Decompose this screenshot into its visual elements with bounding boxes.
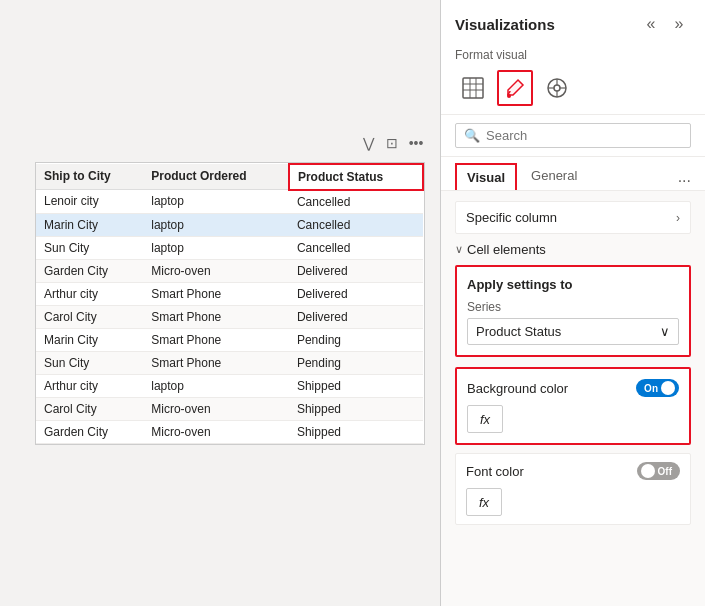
table-cell: Smart Phone xyxy=(143,328,289,351)
table-cell: Sun City xyxy=(36,236,143,259)
table-cell: Carol City xyxy=(36,397,143,420)
table-cell: laptop xyxy=(143,236,289,259)
bg-color-fx-label: fx xyxy=(480,412,490,427)
format-visual-label: Format visual xyxy=(455,48,691,62)
series-value: Product Status xyxy=(476,324,561,339)
data-table: Ship to City Product Ordered Product Sta… xyxy=(36,163,424,444)
table-cell: Smart Phone xyxy=(143,351,289,374)
table-cell: Micro-oven xyxy=(143,259,289,282)
table-cell: Marin City xyxy=(36,213,143,236)
table-cell: Garden City xyxy=(36,420,143,443)
specific-column-label: Specific column xyxy=(466,210,557,225)
format-icons-row xyxy=(455,70,691,106)
table-cell: laptop xyxy=(143,190,289,214)
analytics-format-icon[interactable] xyxy=(539,70,575,106)
content-area: Specific column › ∨ Cell elements Apply … xyxy=(441,191,705,606)
left-panel: Filters ⋁ ⊡ ••• Ship to City Product Ord… xyxy=(0,0,440,606)
bg-color-toggle[interactable]: On xyxy=(636,379,679,397)
viz-title: Visualizations xyxy=(455,16,555,33)
table-row: Sun CitySmart PhonePending xyxy=(36,351,423,374)
cell-elements-header[interactable]: ∨ Cell elements xyxy=(455,242,691,257)
col-header-product: Product Ordered xyxy=(143,164,289,190)
table-cell: Micro-oven xyxy=(143,397,289,420)
table-cell: Cancelled xyxy=(289,190,423,214)
font-color-fx-button[interactable]: fx xyxy=(466,488,502,516)
expand-table-icon[interactable]: ⊡ xyxy=(383,134,401,152)
collapse-icon[interactable]: « xyxy=(639,12,663,36)
format-section: Format visual xyxy=(441,42,705,115)
table-cell: Arthur city xyxy=(36,282,143,305)
table-row: Carol CitySmart PhoneDelivered xyxy=(36,305,423,328)
table-cell: Carol City xyxy=(36,305,143,328)
table-cell: Marin City xyxy=(36,328,143,351)
table-cell: Garden City xyxy=(36,259,143,282)
more-options-icon[interactable]: ••• xyxy=(407,134,425,152)
table-cell: Shipped xyxy=(289,397,423,420)
tabs-row: Visual General ... xyxy=(441,157,705,191)
table-cell: laptop xyxy=(143,213,289,236)
table-cell: Pending xyxy=(289,328,423,351)
table-cell: Delivered xyxy=(289,305,423,328)
table-row: Marin CitySmart PhonePending xyxy=(36,328,423,351)
table-row: Garden CityMicro-ovenDelivered xyxy=(36,259,423,282)
cell-elements-label: Cell elements xyxy=(467,242,546,257)
apply-settings-box: Apply settings to Series Product Status … xyxy=(455,265,691,357)
table-cell: Sun City xyxy=(36,351,143,374)
bg-color-label: Background color xyxy=(467,381,568,396)
series-label: Series xyxy=(467,300,679,314)
table-row: Arthur citylaptopShipped xyxy=(36,374,423,397)
search-input[interactable] xyxy=(486,128,682,143)
col-header-status: Product Status xyxy=(289,164,423,190)
right-panel: Visualizations « » Format visual xyxy=(441,0,705,606)
viz-header: Visualizations « » xyxy=(441,0,705,42)
series-dropdown-chevron-icon: ∨ xyxy=(660,324,670,339)
paintbrush-format-icon[interactable] xyxy=(497,70,533,106)
search-box[interactable]: 🔍 xyxy=(455,123,691,148)
tabs-more-icon[interactable]: ... xyxy=(678,168,691,186)
table-cell: Lenoir city xyxy=(36,190,143,214)
svg-rect-0 xyxy=(463,78,483,98)
table-row: Carol CityMicro-ovenShipped xyxy=(36,397,423,420)
table-cell: Cancelled xyxy=(289,236,423,259)
table-row: Marin CitylaptopCancelled xyxy=(36,213,423,236)
viz-header-icons: « » xyxy=(639,12,691,36)
table-row: Sun CitylaptopCancelled xyxy=(36,236,423,259)
table-cell: Pending xyxy=(289,351,423,374)
table-cell: Smart Phone xyxy=(143,282,289,305)
tab-general[interactable]: General xyxy=(521,163,587,190)
font-color-toggle-row: Font color Off xyxy=(466,462,680,480)
table-cell: Arthur city xyxy=(36,374,143,397)
font-color-toggle-state: Off xyxy=(658,466,672,477)
table-cell: Micro-oven xyxy=(143,420,289,443)
table-cell: Smart Phone xyxy=(143,305,289,328)
table-cell: Cancelled xyxy=(289,213,423,236)
svg-point-7 xyxy=(554,85,560,91)
table-row: Garden CityMicro-ovenShipped xyxy=(36,420,423,443)
bg-color-toggle-state: On xyxy=(644,383,658,394)
font-color-toggle[interactable]: Off xyxy=(637,462,680,480)
expand-icon[interactable]: » xyxy=(667,12,691,36)
table-cell: Delivered xyxy=(289,282,423,305)
svg-point-5 xyxy=(507,94,511,98)
tab-general-label: General xyxy=(531,168,577,183)
font-color-fx-label: fx xyxy=(479,495,489,510)
bg-color-toggle-circle xyxy=(661,381,675,395)
table-row: Arthur citySmart PhoneDelivered xyxy=(36,282,423,305)
cell-elements-chevron-icon: ∨ xyxy=(455,243,463,256)
filter-icon[interactable]: ⋁ xyxy=(359,134,377,152)
bg-color-toggle-row: Background color On xyxy=(467,379,679,397)
bg-color-fx-button[interactable]: fx xyxy=(467,405,503,433)
search-container: 🔍 xyxy=(441,115,705,157)
table-cell: Delivered xyxy=(289,259,423,282)
table-format-icon[interactable] xyxy=(455,70,491,106)
col-header-city: Ship to City xyxy=(36,164,143,190)
series-dropdown[interactable]: Product Status ∨ xyxy=(467,318,679,345)
specific-column-section[interactable]: Specific column › xyxy=(455,201,691,234)
background-color-box: Background color On fx xyxy=(455,367,691,445)
apply-settings-title: Apply settings to xyxy=(467,277,679,292)
tab-visual[interactable]: Visual xyxy=(455,163,517,190)
search-icon: 🔍 xyxy=(464,128,480,143)
font-color-section: Font color Off fx xyxy=(455,453,691,525)
specific-column-chevron-icon: › xyxy=(676,211,680,225)
table-row: Lenoir citylaptopCancelled xyxy=(36,190,423,214)
